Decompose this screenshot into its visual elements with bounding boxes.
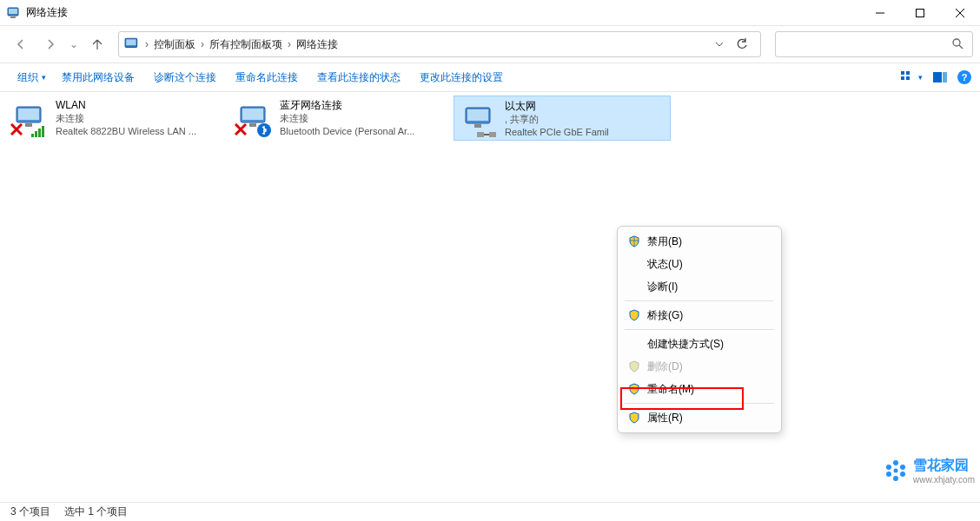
adapter-name: 蓝牙网络连接 xyxy=(280,99,414,112)
help-icon[interactable]: ? xyxy=(957,70,971,84)
ctx-properties[interactable]: 属性(R) xyxy=(618,406,781,429)
ctx-delete: 删除(D) xyxy=(618,355,781,378)
svg-point-44 xyxy=(894,469,898,473)
shield-icon xyxy=(628,383,640,395)
ctx-bridge[interactable]: 桥接(G) xyxy=(618,304,781,326)
watermark-name: 雪花家园 xyxy=(913,458,969,472)
svg-rect-22 xyxy=(38,129,41,137)
context-menu: 禁用(B) 状态(U) 诊断(I) 桥接(G) 创建快捷方式(S) 删除(D) … xyxy=(617,226,782,433)
svg-rect-13 xyxy=(901,76,904,80)
up-button[interactable] xyxy=(83,30,111,58)
svg-point-38 xyxy=(893,460,898,465)
breadcrumb-seg[interactable]: 所有控制面板项 xyxy=(206,37,286,52)
separator xyxy=(625,329,774,330)
shield-icon xyxy=(628,412,640,424)
chevron-right-icon[interactable]: › xyxy=(199,38,206,50)
disabled-x-icon xyxy=(10,123,23,135)
ctx-status[interactable]: 状态(U) xyxy=(618,253,781,275)
search-input[interactable] xyxy=(775,31,973,57)
chevron-right-icon[interactable]: › xyxy=(286,38,293,50)
ctx-diagnose[interactable]: 诊断(I) xyxy=(618,275,781,298)
svg-rect-15 xyxy=(933,72,942,82)
view-options-button[interactable]: ▾ xyxy=(901,71,923,83)
chevron-down-icon: ▾ xyxy=(918,73,923,82)
item-count: 3 个项目 xyxy=(10,505,50,519)
snowflake-icon xyxy=(884,458,908,483)
adapter-name: 以太网 xyxy=(505,100,609,113)
svg-point-40 xyxy=(900,472,905,477)
adapter-ethernet[interactable]: 以太网 , 共享的 Realtek PCIe GbE Famil xyxy=(454,96,671,141)
svg-point-41 xyxy=(893,476,898,481)
recent-button[interactable]: ⌄ xyxy=(66,30,82,58)
adapter-device: Realtek 8822BU Wireless LAN ... xyxy=(56,125,196,138)
adapter-icon xyxy=(458,100,500,136)
svg-rect-34 xyxy=(474,124,481,128)
adapter-wlan[interactable]: WLAN 未连接 Realtek 8822BU Wireless LAN ... xyxy=(5,96,222,141)
svg-point-9 xyxy=(953,39,960,46)
diagnose-button[interactable]: 诊断这个连接 xyxy=(145,67,225,89)
organize-menu[interactable]: 组织▾ xyxy=(9,67,51,89)
adapter-status: , 共享的 xyxy=(505,113,609,126)
window-title: 网络连接 xyxy=(26,5,860,20)
svg-line-10 xyxy=(959,45,963,49)
adapter-name: WLAN xyxy=(56,99,196,112)
chevron-right-icon[interactable]: › xyxy=(143,38,150,50)
view-status-button[interactable]: 查看此连接的状态 xyxy=(308,67,409,89)
separator xyxy=(625,403,774,404)
svg-rect-18 xyxy=(18,109,39,120)
adapter-device: Bluetooth Device (Personal Ar... xyxy=(280,125,414,138)
adapter-status: 未连接 xyxy=(280,112,414,125)
forward-button[interactable] xyxy=(36,30,64,58)
svg-rect-35 xyxy=(477,132,484,137)
status-bar: 3 个项目 选中 1 个项目 xyxy=(0,502,980,521)
app-icon xyxy=(7,6,21,20)
refresh-icon[interactable] xyxy=(736,38,748,50)
svg-point-39 xyxy=(900,465,905,470)
window-controls xyxy=(860,0,980,26)
svg-point-42 xyxy=(886,472,891,477)
svg-rect-8 xyxy=(126,39,136,45)
shield-icon xyxy=(628,235,640,247)
minimize-button[interactable] xyxy=(860,0,900,26)
close-button[interactable] xyxy=(940,0,980,26)
content-area: WLAN 未连接 Realtek 8822BU Wireless LAN ...… xyxy=(0,92,980,504)
svg-rect-1 xyxy=(9,9,17,14)
breadcrumb-seg[interactable]: 控制面板 xyxy=(150,37,199,52)
maximize-button[interactable] xyxy=(900,0,940,26)
back-button[interactable] xyxy=(7,30,35,58)
chevron-down-icon: ▾ xyxy=(42,73,46,82)
rename-button[interactable]: 重命名此连接 xyxy=(227,67,307,89)
wifi-bars-icon xyxy=(31,125,47,137)
svg-rect-33 xyxy=(467,109,488,121)
search-icon xyxy=(951,37,963,52)
ctx-disable[interactable]: 禁用(B) xyxy=(618,230,781,253)
svg-rect-27 xyxy=(242,109,263,120)
svg-rect-14 xyxy=(906,76,910,80)
ctx-shortcut[interactable]: 创建快捷方式(S) xyxy=(618,333,781,355)
disable-device-button[interactable]: 禁用此网络设备 xyxy=(53,67,143,89)
nav-bar: ⌄ › 控制面板 › 所有控制面板项 › 网络连接 xyxy=(0,26,980,63)
svg-rect-23 xyxy=(42,126,44,137)
bluetooth-icon xyxy=(257,123,271,137)
dropdown-icon[interactable] xyxy=(715,38,724,50)
address-bar[interactable]: › 控制面板 › 所有控制面板项 › 网络连接 xyxy=(118,31,761,57)
change-settings-button[interactable]: 更改此连接的设置 xyxy=(411,67,512,89)
selected-count: 选中 1 个项目 xyxy=(64,505,128,519)
preview-pane-button[interactable] xyxy=(933,72,947,82)
ethernet-cable-icon xyxy=(477,129,496,140)
shield-icon xyxy=(628,360,640,373)
svg-rect-20 xyxy=(31,134,34,137)
location-icon xyxy=(124,36,140,52)
svg-rect-16 xyxy=(943,72,947,82)
svg-point-43 xyxy=(886,465,891,470)
svg-rect-12 xyxy=(906,71,910,75)
breadcrumb-seg[interactable]: 网络连接 xyxy=(293,37,341,52)
adapter-status: 未连接 xyxy=(56,112,196,125)
watermark: 雪花家园 www.xhjaty.com xyxy=(884,457,975,485)
adapter-icon xyxy=(233,99,275,135)
adapter-bluetooth[interactable]: 蓝牙网络连接 未连接 Bluetooth Device (Personal Ar… xyxy=(229,96,447,141)
svg-rect-28 xyxy=(249,123,256,127)
svg-rect-2 xyxy=(10,16,16,18)
separator xyxy=(625,300,774,301)
ctx-rename[interactable]: 重命名(M) xyxy=(618,378,781,400)
